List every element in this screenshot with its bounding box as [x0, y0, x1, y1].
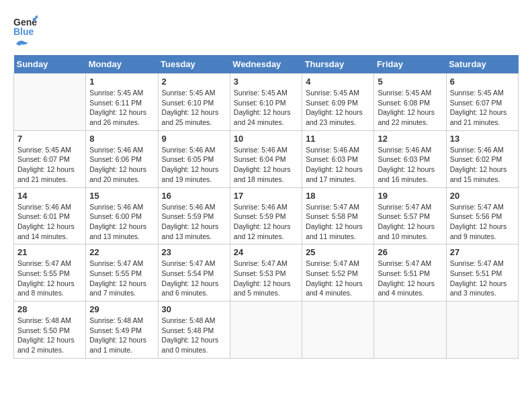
page-header: General Blue: [13, 13, 519, 48]
calendar-cell: 23Sunrise: 5:47 AM Sunset: 5:54 PM Dayli…: [158, 244, 230, 302]
calendar-cell: 7Sunrise: 5:45 AM Sunset: 6:07 PM Daylig…: [14, 130, 86, 187]
day-number: 20: [450, 191, 515, 201]
day-info: Sunrise: 5:47 AM Sunset: 5:57 PM Dayligh…: [378, 202, 442, 242]
day-number: 19: [378, 191, 442, 201]
calendar-cell: 13Sunrise: 5:46 AM Sunset: 6:02 PM Dayli…: [446, 130, 518, 187]
calendar-cell: 22Sunrise: 5:47 AM Sunset: 5:55 PM Dayli…: [86, 244, 158, 302]
week-row-4: 21Sunrise: 5:47 AM Sunset: 5:55 PM Dayli…: [14, 244, 519, 302]
day-info: Sunrise: 5:47 AM Sunset: 5:52 PM Dayligh…: [306, 259, 370, 298]
day-number: 30: [162, 304, 226, 314]
day-info: Sunrise: 5:46 AM Sunset: 6:03 PM Dayligh…: [306, 145, 370, 185]
day-number: 7: [17, 134, 82, 144]
week-row-3: 14Sunrise: 5:46 AM Sunset: 6:01 PM Dayli…: [14, 187, 519, 244]
day-info: Sunrise: 5:48 AM Sunset: 5:50 PM Dayligh…: [17, 316, 82, 355]
day-info: Sunrise: 5:46 AM Sunset: 5:59 PM Dayligh…: [162, 202, 226, 242]
header-wednesday: Wednesday: [230, 55, 302, 74]
calendar-cell: 5Sunrise: 5:45 AM Sunset: 6:08 PM Daylig…: [374, 74, 446, 131]
day-info: Sunrise: 5:46 AM Sunset: 6:03 PM Dayligh…: [378, 145, 442, 185]
calendar-cell: 25Sunrise: 5:47 AM Sunset: 5:52 PM Dayli…: [302, 244, 374, 302]
day-number: 14: [17, 191, 82, 201]
day-number: 28: [17, 304, 82, 314]
calendar-cell: [446, 302, 518, 359]
day-number: 25: [306, 247, 370, 257]
day-number: 17: [234, 191, 298, 201]
day-number: 10: [234, 134, 298, 144]
day-info: Sunrise: 5:46 AM Sunset: 6:00 PM Dayligh…: [89, 202, 154, 242]
day-number: 5: [378, 77, 442, 87]
day-info: Sunrise: 5:46 AM Sunset: 6:05 PM Dayligh…: [162, 145, 226, 185]
calendar-cell: 10Sunrise: 5:46 AM Sunset: 6:04 PM Dayli…: [230, 130, 302, 187]
day-number: 13: [450, 134, 515, 144]
day-number: 1: [89, 77, 154, 87]
day-info: Sunrise: 5:48 AM Sunset: 5:49 PM Dayligh…: [89, 316, 154, 355]
logo-icon: General Blue: [13, 13, 38, 38]
day-info: Sunrise: 5:45 AM Sunset: 6:09 PM Dayligh…: [306, 88, 370, 128]
header-saturday: Saturday: [446, 55, 518, 74]
calendar-cell: 2Sunrise: 5:45 AM Sunset: 6:10 PM Daylig…: [158, 74, 230, 131]
calendar-cell: 9Sunrise: 5:46 AM Sunset: 6:05 PM Daylig…: [158, 130, 230, 187]
day-info: Sunrise: 5:45 AM Sunset: 6:07 PM Dayligh…: [450, 88, 515, 128]
day-info: Sunrise: 5:46 AM Sunset: 6:01 PM Dayligh…: [17, 202, 82, 242]
calendar-cell: 28Sunrise: 5:48 AM Sunset: 5:50 PM Dayli…: [14, 302, 86, 359]
day-info: Sunrise: 5:47 AM Sunset: 5:56 PM Dayligh…: [450, 202, 515, 242]
day-info: Sunrise: 5:47 AM Sunset: 5:55 PM Dayligh…: [17, 259, 82, 298]
day-info: Sunrise: 5:47 AM Sunset: 5:58 PM Dayligh…: [306, 202, 370, 242]
day-info: Sunrise: 5:47 AM Sunset: 5:55 PM Dayligh…: [89, 259, 154, 298]
day-info: Sunrise: 5:45 AM Sunset: 6:11 PM Dayligh…: [89, 88, 154, 128]
calendar-cell: 6Sunrise: 5:45 AM Sunset: 6:07 PM Daylig…: [446, 74, 518, 131]
calendar-header: SundayMondayTuesdayWednesdayThursdayFrid…: [14, 55, 519, 74]
calendar-cell: [302, 302, 374, 359]
day-info: Sunrise: 5:47 AM Sunset: 5:54 PM Dayligh…: [162, 259, 226, 298]
header-monday: Monday: [86, 55, 158, 74]
day-info: Sunrise: 5:47 AM Sunset: 5:53 PM Dayligh…: [234, 259, 298, 298]
header-friday: Friday: [374, 55, 446, 74]
calendar-cell: 21Sunrise: 5:47 AM Sunset: 5:55 PM Dayli…: [14, 244, 86, 302]
day-info: Sunrise: 5:45 AM Sunset: 6:10 PM Dayligh…: [162, 88, 226, 128]
calendar-cell: [14, 74, 86, 131]
calendar-cell: 18Sunrise: 5:47 AM Sunset: 5:58 PM Dayli…: [302, 187, 374, 244]
calendar-body: 1Sunrise: 5:45 AM Sunset: 6:11 PM Daylig…: [14, 74, 519, 359]
calendar-cell: 15Sunrise: 5:46 AM Sunset: 6:00 PM Dayli…: [86, 187, 158, 244]
calendar-cell: 8Sunrise: 5:46 AM Sunset: 6:06 PM Daylig…: [86, 130, 158, 187]
day-number: 24: [234, 247, 298, 257]
day-number: 16: [162, 191, 226, 201]
calendar-cell: 11Sunrise: 5:46 AM Sunset: 6:03 PM Dayli…: [302, 130, 374, 187]
day-number: 11: [306, 134, 370, 144]
day-number: 3: [234, 77, 298, 87]
day-number: 21: [17, 247, 82, 257]
day-number: 15: [89, 191, 154, 201]
day-number: 29: [89, 304, 154, 314]
week-row-2: 7Sunrise: 5:45 AM Sunset: 6:07 PM Daylig…: [14, 130, 519, 187]
calendar-cell: 17Sunrise: 5:46 AM Sunset: 5:59 PM Dayli…: [230, 187, 302, 244]
svg-text:Blue: Blue: [13, 26, 34, 37]
week-row-5: 28Sunrise: 5:48 AM Sunset: 5:50 PM Dayli…: [14, 302, 519, 359]
day-info: Sunrise: 5:48 AM Sunset: 5:48 PM Dayligh…: [162, 316, 226, 355]
day-number: 23: [162, 247, 226, 257]
day-info: Sunrise: 5:46 AM Sunset: 6:06 PM Dayligh…: [89, 145, 154, 185]
day-number: 6: [450, 77, 515, 87]
calendar-cell: 16Sunrise: 5:46 AM Sunset: 5:59 PM Dayli…: [158, 187, 230, 244]
day-number: 26: [378, 247, 442, 257]
day-number: 2: [162, 77, 226, 87]
calendar-cell: 4Sunrise: 5:45 AM Sunset: 6:09 PM Daylig…: [302, 74, 374, 131]
day-number: 8: [89, 134, 154, 144]
calendar-cell: 14Sunrise: 5:46 AM Sunset: 6:01 PM Dayli…: [14, 187, 86, 244]
day-info: Sunrise: 5:46 AM Sunset: 6:04 PM Dayligh…: [234, 145, 298, 185]
day-info: Sunrise: 5:46 AM Sunset: 5:59 PM Dayligh…: [234, 202, 298, 242]
calendar-cell: 29Sunrise: 5:48 AM Sunset: 5:49 PM Dayli…: [86, 302, 158, 359]
day-number: 27: [450, 247, 515, 257]
calendar-cell: 27Sunrise: 5:47 AM Sunset: 5:51 PM Dayli…: [446, 244, 518, 302]
day-info: Sunrise: 5:45 AM Sunset: 6:10 PM Dayligh…: [234, 88, 298, 128]
logo: General Blue: [13, 13, 38, 48]
calendar-cell: 20Sunrise: 5:47 AM Sunset: 5:56 PM Dayli…: [446, 187, 518, 244]
header-tuesday: Tuesday: [158, 55, 230, 74]
day-info: Sunrise: 5:46 AM Sunset: 6:02 PM Dayligh…: [450, 145, 515, 185]
day-info: Sunrise: 5:45 AM Sunset: 6:08 PM Dayligh…: [378, 88, 442, 128]
calendar-cell: 3Sunrise: 5:45 AM Sunset: 6:10 PM Daylig…: [230, 74, 302, 131]
calendar-cell: [374, 302, 446, 359]
calendar-cell: [230, 302, 302, 359]
day-number: 22: [89, 247, 154, 257]
day-number: 18: [306, 191, 370, 201]
calendar-cell: 24Sunrise: 5:47 AM Sunset: 5:53 PM Dayli…: [230, 244, 302, 302]
day-info: Sunrise: 5:47 AM Sunset: 5:51 PM Dayligh…: [450, 259, 515, 298]
